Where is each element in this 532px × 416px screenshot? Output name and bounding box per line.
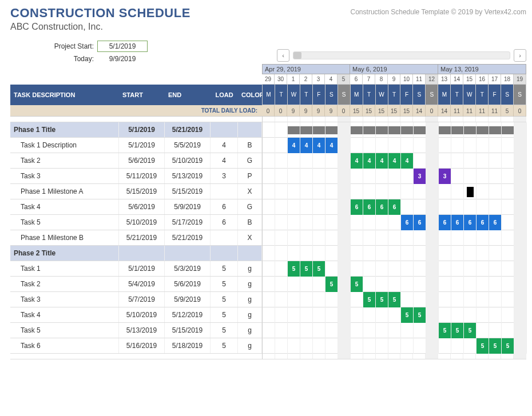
gantt-cell (388, 184, 401, 199)
gantt-cell (300, 246, 313, 261)
day-number: 19 (514, 74, 526, 85)
task-start: 5/1/2019 (119, 261, 165, 276)
gantt-cell (414, 153, 426, 169)
gantt-bar: 6 (477, 215, 489, 230)
gantt-cell (300, 153, 313, 169)
phase-row[interactable]: Phase 1 Title5/1/20195/21/2019 (10, 122, 262, 138)
gantt-cell (489, 230, 502, 246)
phase-bar (464, 126, 476, 134)
gantt-cell (426, 169, 439, 184)
task-row[interactable]: Task 35/11/20195/13/20193P (10, 169, 262, 184)
task-row[interactable]: Task 1 Description5/1/20195/5/20194B (10, 138, 262, 153)
daily-load-cell: 14 (413, 105, 426, 117)
task-color: X (238, 230, 262, 245)
task-row[interactable]: Task 35/7/20195/9/20195g (10, 292, 262, 307)
day-number: 29 (262, 74, 275, 85)
gantt-cell (363, 338, 376, 354)
project-start-input[interactable]: 5/1/2019 (97, 41, 148, 52)
col-start: START (119, 89, 165, 101)
gantt-cell (263, 215, 275, 230)
gantt-cell (451, 138, 464, 153)
task-row[interactable]: Task 45/10/20195/12/20195g (10, 307, 262, 323)
gantt-cell (351, 230, 363, 246)
task-row[interactable]: Task 15/1/20195/3/20195g (10, 261, 262, 277)
scrollbar-thumb[interactable] (293, 52, 301, 59)
task-name: Task 1 Description (10, 138, 119, 153)
gantt-cell (477, 184, 489, 199)
day-number: 18 (501, 74, 514, 85)
day-of-week: F (489, 85, 501, 105)
gantt-cell (514, 215, 527, 230)
gantt-bar: 6 (414, 215, 426, 230)
task-row[interactable]: Task 25/6/20195/10/20194G (10, 153, 262, 169)
gantt-cell (451, 184, 464, 199)
gantt-cell (313, 199, 325, 215)
task-load (211, 184, 238, 199)
gantt-cell (338, 122, 351, 138)
daily-load-row: 00999901515151515140141111111150 (262, 105, 526, 116)
task-end: 5/10/2019 (165, 153, 211, 168)
task-name: Task 1 (10, 261, 119, 276)
gantt-bar: 6 (363, 199, 376, 215)
task-row[interactable]: Task 25/4/20195/6/20195g (10, 277, 262, 292)
gantt-cell (464, 338, 477, 354)
gantt-cell (313, 292, 325, 307)
task-row[interactable]: Task 65/16/20195/18/20195g (10, 338, 262, 354)
gantt-cell (376, 169, 388, 184)
gantt-cell (313, 230, 325, 246)
task-end: 5/15/2019 (165, 323, 211, 338)
gantt-cell (414, 338, 426, 354)
gantt-cell (275, 215, 288, 230)
gantt-cell (464, 153, 477, 169)
gantt-cell (351, 246, 363, 261)
gantt-bar: 6 (464, 215, 477, 230)
gantt-cell (439, 338, 451, 354)
task-load: 6 (211, 215, 238, 230)
day-number-row: 293012345678910111213141516171819 (262, 74, 526, 85)
day-number: 2 (300, 74, 312, 85)
gantt-cell (401, 199, 414, 215)
task-row[interactable]: Phase 1 Milestone A5/15/20195/15/2019X (10, 184, 262, 199)
task-row[interactable]: Phase 1 Milestone B5/21/20195/21/2019X (10, 230, 262, 246)
gantt-cell (288, 169, 300, 184)
gantt-cell (489, 246, 502, 261)
day-number: 9 (388, 74, 400, 85)
phase-row[interactable]: Phase 2 Title (10, 246, 262, 261)
task-row[interactable]: Task 45/6/20195/9/20196G (10, 199, 262, 215)
task-end: 5/21/2019 (165, 230, 211, 245)
gantt-cell (401, 246, 414, 261)
gantt-cell (401, 323, 414, 338)
gantt-cell (376, 277, 388, 292)
phase-bar (451, 126, 463, 134)
gantt-cell (325, 338, 338, 354)
gantt-cell (426, 122, 439, 138)
day-of-week: T (363, 85, 376, 105)
gantt-cell (388, 215, 401, 230)
day-of-week: M (351, 85, 363, 105)
gantt-bar: 5 (464, 323, 477, 338)
gantt-cell (502, 277, 514, 292)
gantt-cell (426, 261, 439, 277)
gantt-bar: 5 (388, 292, 401, 307)
task-row[interactable]: Task 55/10/20195/17/20196B (10, 215, 262, 230)
gantt-bar: 4 (401, 153, 414, 169)
phase-bar (502, 126, 514, 134)
gantt-cell (275, 184, 288, 199)
gantt-cell (489, 292, 502, 307)
task-name: Task 2 (10, 277, 119, 291)
task-row[interactable]: Task 55/13/20195/15/20195g (10, 323, 262, 338)
gantt-cell (414, 277, 426, 292)
timeline-scrollbar[interactable] (293, 51, 510, 59)
day-number: 13 (438, 74, 451, 85)
gantt-cell (325, 184, 338, 199)
scroll-left-button[interactable]: ‹ (277, 49, 289, 62)
daily-load-cell: 15 (388, 105, 400, 117)
scroll-right-button[interactable]: › (514, 49, 526, 62)
gantt-cell (502, 230, 514, 246)
gantt-cell (338, 199, 351, 215)
gantt-bar: 4 (313, 138, 325, 153)
task-end: 5/21/2019 (165, 122, 211, 137)
gantt-cell (514, 122, 527, 138)
gantt-cell (477, 307, 489, 323)
today-value: 9/9/2019 (97, 53, 148, 65)
